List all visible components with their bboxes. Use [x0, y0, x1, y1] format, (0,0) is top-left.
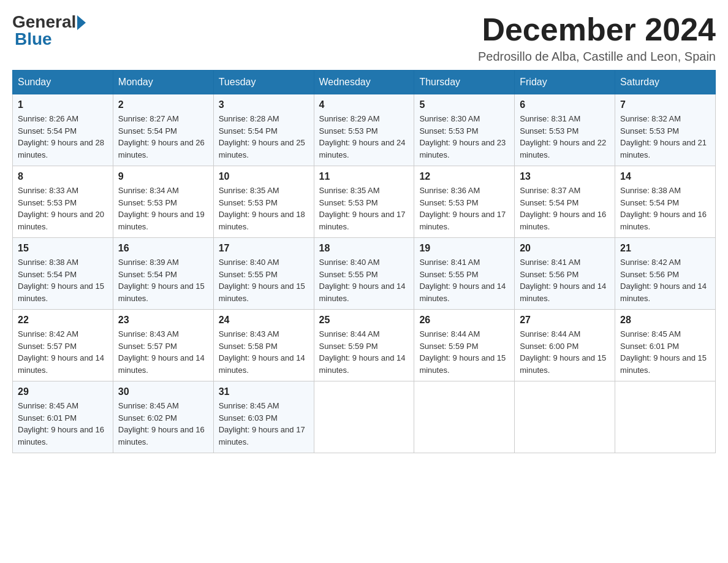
- day-info: Sunrise: 8:33 AMSunset: 5:53 PMDaylight:…: [18, 185, 108, 232]
- day-number: 2: [118, 99, 208, 110]
- day-number: 18: [319, 243, 409, 254]
- calendar-cell: 16Sunrise: 8:39 AMSunset: 5:54 PMDayligh…: [113, 238, 213, 310]
- calendar-cell: 29Sunrise: 8:45 AMSunset: 6:01 PMDayligh…: [13, 381, 113, 453]
- col-header-monday: Monday: [113, 71, 213, 94]
- calendar-cell: 26Sunrise: 8:44 AMSunset: 5:59 PMDayligh…: [414, 310, 515, 381]
- day-number: 30: [118, 386, 208, 397]
- col-header-friday: Friday: [515, 71, 615, 94]
- day-info: Sunrise: 8:44 AMSunset: 5:59 PMDaylight:…: [319, 328, 409, 376]
- day-info: Sunrise: 8:35 AMSunset: 5:53 PMDaylight:…: [219, 185, 309, 232]
- day-number: 10: [219, 171, 309, 182]
- calendar-week-3: 15Sunrise: 8:38 AMSunset: 5:54 PMDayligh…: [13, 238, 716, 310]
- day-number: 3: [219, 99, 309, 110]
- calendar-cell: 12Sunrise: 8:36 AMSunset: 5:53 PMDayligh…: [414, 166, 515, 238]
- calendar-cell: 30Sunrise: 8:45 AMSunset: 6:02 PMDayligh…: [113, 381, 213, 453]
- day-number: 21: [620, 243, 710, 254]
- day-info: Sunrise: 8:40 AMSunset: 5:55 PMDaylight:…: [319, 256, 409, 304]
- day-number: 24: [219, 315, 309, 326]
- calendar-cell: 4Sunrise: 8:29 AMSunset: 5:53 PMDaylight…: [314, 94, 414, 166]
- calendar-week-1: 1Sunrise: 8:26 AMSunset: 5:54 PMDaylight…: [13, 94, 716, 166]
- day-number: 8: [18, 171, 108, 182]
- day-info: Sunrise: 8:30 AMSunset: 5:53 PMDaylight:…: [419, 113, 509, 161]
- day-info: Sunrise: 8:38 AMSunset: 5:54 PMDaylight:…: [18, 256, 108, 304]
- day-info: Sunrise: 8:28 AMSunset: 5:54 PMDaylight:…: [219, 113, 309, 161]
- calendar-cell: 24Sunrise: 8:43 AMSunset: 5:58 PMDayligh…: [213, 310, 314, 381]
- day-info: Sunrise: 8:36 AMSunset: 5:53 PMDaylight:…: [419, 185, 509, 232]
- col-header-saturday: Saturday: [615, 71, 716, 94]
- col-header-sunday: Sunday: [13, 71, 113, 94]
- calendar-cell: 5Sunrise: 8:30 AMSunset: 5:53 PMDaylight…: [414, 94, 515, 166]
- day-info: Sunrise: 8:42 AMSunset: 5:57 PMDaylight:…: [18, 328, 108, 376]
- day-info: Sunrise: 8:41 AMSunset: 5:56 PMDaylight:…: [520, 256, 610, 304]
- day-info: Sunrise: 8:35 AMSunset: 5:53 PMDaylight:…: [319, 185, 409, 232]
- day-number: 26: [419, 315, 509, 326]
- location-subtitle: Pedrosillo de Alba, Castille and Leon, S…: [478, 50, 716, 64]
- calendar-cell: 21Sunrise: 8:42 AMSunset: 5:56 PMDayligh…: [615, 238, 716, 310]
- calendar-cell: 25Sunrise: 8:44 AMSunset: 5:59 PMDayligh…: [314, 310, 414, 381]
- calendar-cell: 9Sunrise: 8:34 AMSunset: 5:53 PMDaylight…: [113, 166, 213, 238]
- day-number: 14: [620, 171, 710, 182]
- calendar-cell: [515, 381, 615, 453]
- calendar-cell: 31Sunrise: 8:45 AMSunset: 6:03 PMDayligh…: [213, 381, 314, 453]
- calendar-cell: 6Sunrise: 8:31 AMSunset: 5:53 PMDaylight…: [515, 94, 615, 166]
- calendar-week-2: 8Sunrise: 8:33 AMSunset: 5:53 PMDaylight…: [13, 166, 716, 238]
- calendar-week-5: 29Sunrise: 8:45 AMSunset: 6:01 PMDayligh…: [13, 381, 716, 453]
- col-header-tuesday: Tuesday: [213, 71, 314, 94]
- day-info: Sunrise: 8:43 AMSunset: 5:58 PMDaylight:…: [219, 328, 309, 376]
- calendar-cell: 19Sunrise: 8:41 AMSunset: 5:55 PMDayligh…: [414, 238, 515, 310]
- day-number: 16: [118, 243, 208, 254]
- day-number: 20: [520, 243, 610, 254]
- calendar-cell: 15Sunrise: 8:38 AMSunset: 5:54 PMDayligh…: [13, 238, 113, 310]
- day-number: 15: [18, 243, 108, 254]
- col-header-wednesday: Wednesday: [314, 71, 414, 94]
- day-info: Sunrise: 8:43 AMSunset: 5:57 PMDaylight:…: [118, 328, 208, 376]
- page-header: General Blue December 2024 Pedrosillo de…: [12, 12, 716, 64]
- calendar-cell: 17Sunrise: 8:40 AMSunset: 5:55 PMDayligh…: [213, 238, 314, 310]
- day-info: Sunrise: 8:45 AMSunset: 6:01 PMDaylight:…: [18, 400, 108, 448]
- day-info: Sunrise: 8:39 AMSunset: 5:54 PMDaylight:…: [118, 256, 208, 304]
- day-number: 7: [620, 99, 710, 110]
- calendar-cell: 2Sunrise: 8:27 AMSunset: 5:54 PMDaylight…: [113, 94, 213, 166]
- month-title: December 2024: [478, 12, 716, 47]
- day-info: Sunrise: 8:45 AMSunset: 6:03 PMDaylight:…: [219, 400, 309, 448]
- calendar-cell: 3Sunrise: 8:28 AMSunset: 5:54 PMDaylight…: [213, 94, 314, 166]
- day-info: Sunrise: 8:38 AMSunset: 5:54 PMDaylight:…: [620, 185, 710, 232]
- calendar-cell: 14Sunrise: 8:38 AMSunset: 5:54 PMDayligh…: [615, 166, 716, 238]
- day-number: 6: [520, 99, 610, 110]
- col-header-thursday: Thursday: [414, 71, 515, 94]
- calendar-cell: 7Sunrise: 8:32 AMSunset: 5:53 PMDaylight…: [615, 94, 716, 166]
- day-number: 4: [319, 99, 409, 110]
- day-number: 31: [219, 386, 309, 397]
- calendar-cell: [615, 381, 716, 453]
- day-number: 11: [319, 171, 409, 182]
- calendar-cell: 28Sunrise: 8:45 AMSunset: 6:01 PMDayligh…: [615, 310, 716, 381]
- day-number: 12: [419, 171, 509, 182]
- logo: General Blue: [12, 12, 86, 49]
- day-info: Sunrise: 8:26 AMSunset: 5:54 PMDaylight:…: [18, 113, 108, 161]
- logo-arrow-icon: [77, 15, 86, 30]
- day-number: 27: [520, 315, 610, 326]
- calendar-cell: 22Sunrise: 8:42 AMSunset: 5:57 PMDayligh…: [13, 310, 113, 381]
- day-info: Sunrise: 8:27 AMSunset: 5:54 PMDaylight:…: [118, 113, 208, 161]
- calendar-cell: 11Sunrise: 8:35 AMSunset: 5:53 PMDayligh…: [314, 166, 414, 238]
- title-block: December 2024 Pedrosillo de Alba, Castil…: [478, 12, 716, 64]
- day-info: Sunrise: 8:44 AMSunset: 6:00 PMDaylight:…: [520, 328, 610, 376]
- day-number: 25: [319, 315, 409, 326]
- calendar-cell: [314, 381, 414, 453]
- day-number: 22: [18, 315, 108, 326]
- day-number: 29: [18, 386, 108, 397]
- day-info: Sunrise: 8:45 AMSunset: 6:02 PMDaylight:…: [118, 400, 208, 448]
- day-number: 17: [219, 243, 309, 254]
- calendar-cell: 10Sunrise: 8:35 AMSunset: 5:53 PMDayligh…: [213, 166, 314, 238]
- day-info: Sunrise: 8:42 AMSunset: 5:56 PMDaylight:…: [620, 256, 710, 304]
- calendar-cell: 13Sunrise: 8:37 AMSunset: 5:54 PMDayligh…: [515, 166, 615, 238]
- day-info: Sunrise: 8:29 AMSunset: 5:53 PMDaylight:…: [319, 113, 409, 161]
- day-number: 28: [620, 315, 710, 326]
- calendar-cell: 20Sunrise: 8:41 AMSunset: 5:56 PMDayligh…: [515, 238, 615, 310]
- day-info: Sunrise: 8:41 AMSunset: 5:55 PMDaylight:…: [419, 256, 509, 304]
- calendar-cell: 27Sunrise: 8:44 AMSunset: 6:00 PMDayligh…: [515, 310, 615, 381]
- day-number: 23: [118, 315, 208, 326]
- calendar-cell: 23Sunrise: 8:43 AMSunset: 5:57 PMDayligh…: [113, 310, 213, 381]
- day-info: Sunrise: 8:32 AMSunset: 5:53 PMDaylight:…: [620, 113, 710, 161]
- calendar-cell: 8Sunrise: 8:33 AMSunset: 5:53 PMDaylight…: [13, 166, 113, 238]
